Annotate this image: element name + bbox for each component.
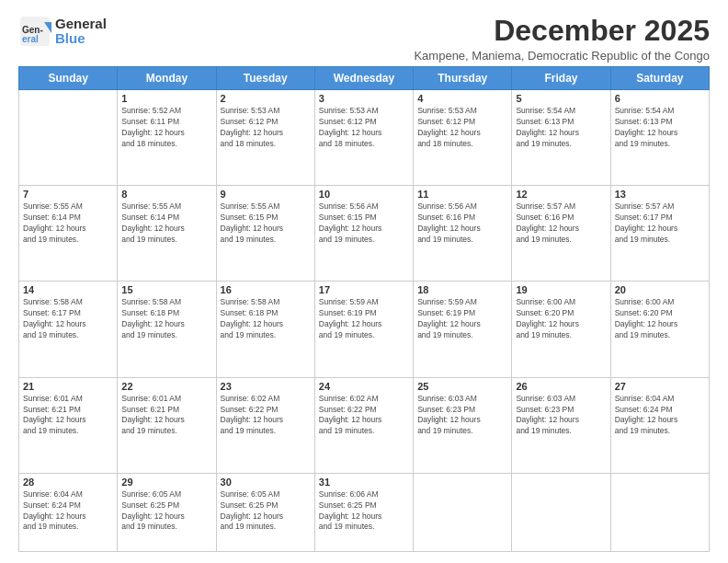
calendar-cell: 3Sunrise: 5:53 AM Sunset: 6:12 PM Daylig… xyxy=(314,90,413,186)
weekday-header-saturday: Saturday xyxy=(610,67,709,90)
calendar-cell: 31Sunrise: 6:06 AM Sunset: 6:25 PM Dayli… xyxy=(314,473,413,551)
day-number: 17 xyxy=(319,284,409,295)
weekday-header-sunday: Sunday xyxy=(19,67,118,90)
day-info: Sunrise: 5:58 AM Sunset: 6:18 PM Dayligh… xyxy=(221,297,311,341)
day-info: Sunrise: 6:05 AM Sunset: 6:25 PM Dayligh… xyxy=(121,489,211,534)
day-info: Sunrise: 6:02 AM Sunset: 6:22 PM Dayligh… xyxy=(221,394,311,438)
calendar-cell: 22Sunrise: 6:01 AM Sunset: 6:21 PM Dayli… xyxy=(118,377,216,473)
calendar-cell: 5Sunrise: 5:54 AM Sunset: 6:13 PM Daylig… xyxy=(512,90,610,186)
day-info: Sunrise: 6:03 AM Sunset: 6:23 PM Dayligh… xyxy=(417,394,507,438)
calendar-cell: 13Sunrise: 5:57 AM Sunset: 6:17 PM Dayli… xyxy=(610,186,709,282)
calendar-cell: 14Sunrise: 5:58 AM Sunset: 6:17 PM Dayli… xyxy=(19,282,118,377)
day-number: 24 xyxy=(319,381,409,392)
weekday-header-row: SundayMondayTuesdayWednesdayThursdayFrid… xyxy=(19,67,710,90)
week-row-5: 28Sunrise: 6:04 AM Sunset: 6:24 PM Dayli… xyxy=(19,473,710,551)
logo-blue: Blue xyxy=(55,31,107,47)
day-info: Sunrise: 5:53 AM Sunset: 6:12 PM Dayligh… xyxy=(319,106,409,150)
calendar-cell: 19Sunrise: 6:00 AM Sunset: 6:20 PM Dayli… xyxy=(512,282,610,377)
day-number: 30 xyxy=(221,477,311,488)
day-info: Sunrise: 5:55 AM Sunset: 6:15 PM Dayligh… xyxy=(221,201,311,246)
day-info: Sunrise: 6:05 AM Sunset: 6:25 PM Dayligh… xyxy=(221,489,311,534)
logo-icon: Gen- eral xyxy=(18,15,51,48)
day-info: Sunrise: 5:53 AM Sunset: 6:12 PM Dayligh… xyxy=(221,106,311,150)
calendar-cell xyxy=(414,473,512,551)
day-number: 4 xyxy=(417,93,507,104)
calendar-cell: 28Sunrise: 6:04 AM Sunset: 6:24 PM Dayli… xyxy=(19,473,118,551)
day-number: 5 xyxy=(516,93,606,104)
calendar-cell: 21Sunrise: 6:01 AM Sunset: 6:21 PM Dayli… xyxy=(19,377,118,473)
day-number: 21 xyxy=(23,381,113,392)
logo: Gen- eral General Blue xyxy=(18,15,107,48)
calendar-cell: 30Sunrise: 6:05 AM Sunset: 6:25 PM Dayli… xyxy=(216,473,314,551)
calendar-cell: 20Sunrise: 6:00 AM Sunset: 6:20 PM Dayli… xyxy=(610,282,709,377)
day-info: Sunrise: 6:01 AM Sunset: 6:21 PM Dayligh… xyxy=(23,394,113,438)
calendar-cell: 15Sunrise: 5:58 AM Sunset: 6:18 PM Dayli… xyxy=(118,282,216,377)
day-number: 31 xyxy=(319,477,409,488)
calendar-cell: 8Sunrise: 5:55 AM Sunset: 6:14 PM Daylig… xyxy=(118,186,216,282)
day-info: Sunrise: 6:00 AM Sunset: 6:20 PM Dayligh… xyxy=(516,297,606,341)
calendar-cell xyxy=(512,473,610,551)
week-row-4: 21Sunrise: 6:01 AM Sunset: 6:21 PM Dayli… xyxy=(19,377,710,473)
subtitle: Kampene, Maniema, Democratic Republic of… xyxy=(414,49,710,63)
day-info: Sunrise: 5:56 AM Sunset: 6:15 PM Dayligh… xyxy=(319,201,409,246)
calendar-cell: 7Sunrise: 5:55 AM Sunset: 6:14 PM Daylig… xyxy=(19,186,118,282)
day-number: 7 xyxy=(23,189,113,200)
calendar-cell: 10Sunrise: 5:56 AM Sunset: 6:15 PM Dayli… xyxy=(314,186,413,282)
day-number: 14 xyxy=(23,284,113,295)
day-number: 9 xyxy=(221,189,311,200)
weekday-header-thursday: Thursday xyxy=(414,67,512,90)
day-info: Sunrise: 6:00 AM Sunset: 6:20 PM Dayligh… xyxy=(615,297,705,341)
week-row-3: 14Sunrise: 5:58 AM Sunset: 6:17 PM Dayli… xyxy=(19,282,710,377)
weekday-header-wednesday: Wednesday xyxy=(314,67,413,90)
day-number: 16 xyxy=(221,284,311,295)
day-number: 20 xyxy=(615,284,705,295)
weekday-header-monday: Monday xyxy=(118,67,216,90)
calendar-cell: 23Sunrise: 6:02 AM Sunset: 6:22 PM Dayli… xyxy=(216,377,314,473)
logo-general: General xyxy=(55,17,107,32)
day-info: Sunrise: 5:55 AM Sunset: 6:14 PM Dayligh… xyxy=(121,201,211,246)
calendar-cell: 24Sunrise: 6:02 AM Sunset: 6:22 PM Dayli… xyxy=(314,377,413,473)
day-info: Sunrise: 5:57 AM Sunset: 6:17 PM Dayligh… xyxy=(615,201,705,246)
day-number: 8 xyxy=(121,189,211,200)
day-info: Sunrise: 6:03 AM Sunset: 6:23 PM Dayligh… xyxy=(516,394,606,438)
day-number: 25 xyxy=(417,381,507,392)
day-number: 29 xyxy=(121,477,211,488)
day-info: Sunrise: 6:06 AM Sunset: 6:25 PM Dayligh… xyxy=(319,489,409,534)
calendar-cell: 9Sunrise: 5:55 AM Sunset: 6:15 PM Daylig… xyxy=(216,186,314,282)
header: Gen- eral General Blue December 2025 Kam… xyxy=(18,15,710,63)
day-info: Sunrise: 5:59 AM Sunset: 6:19 PM Dayligh… xyxy=(319,297,409,341)
calendar-cell: 1Sunrise: 5:52 AM Sunset: 6:11 PM Daylig… xyxy=(118,90,216,186)
calendar-cell: 25Sunrise: 6:03 AM Sunset: 6:23 PM Dayli… xyxy=(414,377,512,473)
day-info: Sunrise: 5:58 AM Sunset: 6:18 PM Dayligh… xyxy=(121,297,211,341)
calendar-cell: 6Sunrise: 5:54 AM Sunset: 6:13 PM Daylig… xyxy=(610,90,709,186)
svg-text:eral: eral xyxy=(22,34,39,44)
day-info: Sunrise: 5:52 AM Sunset: 6:11 PM Dayligh… xyxy=(121,106,211,150)
weekday-header-friday: Friday xyxy=(512,67,610,90)
day-info: Sunrise: 5:56 AM Sunset: 6:16 PM Dayligh… xyxy=(417,201,507,246)
day-number: 6 xyxy=(615,93,705,104)
title-block: December 2025 Kampene, Maniema, Democrat… xyxy=(414,15,710,63)
day-number: 15 xyxy=(121,284,211,295)
calendar-cell: 2Sunrise: 5:53 AM Sunset: 6:12 PM Daylig… xyxy=(216,90,314,186)
calendar-cell xyxy=(19,90,118,186)
day-info: Sunrise: 5:57 AM Sunset: 6:16 PM Dayligh… xyxy=(516,201,606,246)
day-info: Sunrise: 5:54 AM Sunset: 6:13 PM Dayligh… xyxy=(615,106,705,150)
calendar-cell: 29Sunrise: 6:05 AM Sunset: 6:25 PM Dayli… xyxy=(118,473,216,551)
day-number: 10 xyxy=(319,189,409,200)
day-info: Sunrise: 5:58 AM Sunset: 6:17 PM Dayligh… xyxy=(23,297,113,341)
month-title: December 2025 xyxy=(414,15,710,47)
calendar-cell: 27Sunrise: 6:04 AM Sunset: 6:24 PM Dayli… xyxy=(610,377,709,473)
day-number: 26 xyxy=(516,381,606,392)
weekday-header-tuesday: Tuesday xyxy=(216,67,314,90)
day-number: 2 xyxy=(221,93,311,104)
day-info: Sunrise: 5:54 AM Sunset: 6:13 PM Dayligh… xyxy=(516,106,606,150)
week-row-1: 1Sunrise: 5:52 AM Sunset: 6:11 PM Daylig… xyxy=(19,90,710,186)
day-info: Sunrise: 5:53 AM Sunset: 6:12 PM Dayligh… xyxy=(417,106,507,150)
day-number: 22 xyxy=(121,381,211,392)
day-number: 3 xyxy=(319,93,409,104)
day-number: 12 xyxy=(516,189,606,200)
day-info: Sunrise: 6:02 AM Sunset: 6:22 PM Dayligh… xyxy=(319,394,409,438)
day-number: 1 xyxy=(121,93,211,104)
calendar-cell: 16Sunrise: 5:58 AM Sunset: 6:18 PM Dayli… xyxy=(216,282,314,377)
day-number: 23 xyxy=(221,381,311,392)
